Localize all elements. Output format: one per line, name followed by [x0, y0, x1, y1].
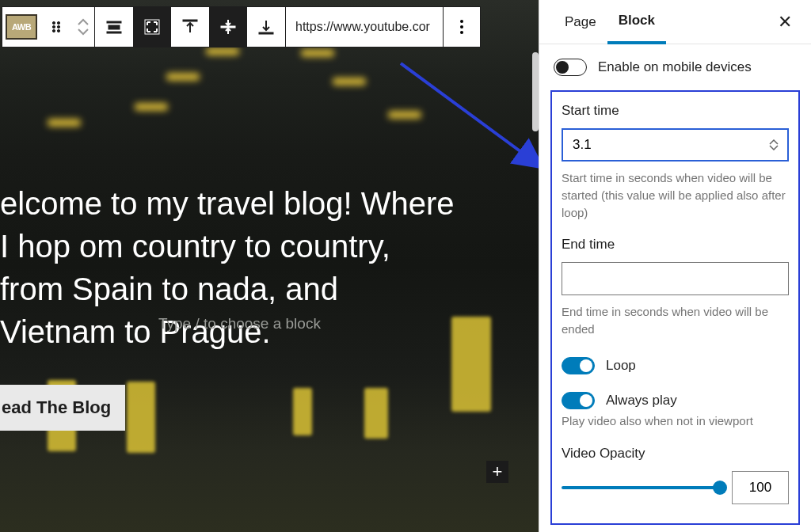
move-up-down[interactable] — [72, 17, 94, 36]
end-time-field: End time End time in seconds when video … — [562, 237, 789, 338]
slider-thumb-icon[interactable] — [713, 481, 727, 495]
drag-handle-icon[interactable] — [40, 7, 72, 47]
svg-rect-6 — [107, 21, 121, 23]
enable-mobile-label: Enable on mobile devices — [598, 59, 752, 75]
read-blog-button[interactable]: ead The Blog — [0, 385, 125, 431]
svg-point-5 — [57, 29, 59, 32]
video-opacity-value[interactable] — [732, 471, 789, 504]
start-time-field: Start time Start time in seconds when vi… — [562, 103, 789, 221]
svg-point-14 — [460, 25, 463, 28]
video-opacity-label: Video Opacity — [562, 446, 789, 462]
chevron-down-icon — [77, 27, 89, 36]
close-panel-button[interactable]: ✕ — [773, 12, 797, 32]
kebab-icon — [454, 17, 470, 36]
block-type-button[interactable]: AWB — [2, 7, 40, 47]
svg-rect-8 — [107, 32, 121, 33]
enable-mobile-row: Enable on mobile devices — [554, 55, 797, 90]
add-block-button[interactable]: + — [486, 461, 508, 483]
plus-icon: + — [493, 462, 503, 482]
end-time-help: End time in seconds when video will be e… — [562, 303, 789, 338]
tab-page[interactable]: Page — [554, 0, 607, 44]
sidebar-tabs: Page Block ✕ — [539, 0, 811, 44]
video-opacity-field: Video Opacity — [562, 446, 789, 504]
align-middle-button[interactable] — [209, 7, 247, 47]
editor-canvas: AWB — [0, 0, 539, 532]
number-stepper-icon[interactable] — [768, 136, 782, 154]
awb-block-icon: AWB — [6, 14, 37, 40]
tab-block[interactable]: Block — [607, 0, 666, 44]
svg-point-2 — [52, 25, 55, 28]
close-icon: ✕ — [778, 12, 792, 32]
chevron-up-icon — [77, 17, 89, 27]
start-time-input[interactable] — [562, 128, 789, 162]
svg-rect-12 — [259, 32, 273, 34]
svg-point-13 — [460, 20, 463, 23]
svg-rect-7 — [109, 25, 120, 29]
align-bottom-button[interactable] — [247, 7, 285, 47]
highlighted-settings: Start time Start time in seconds when vi… — [550, 90, 800, 525]
enable-mobile-toggle[interactable] — [554, 59, 587, 76]
always-play-label: Always play — [606, 393, 677, 408]
always-play-toggle[interactable] — [562, 392, 595, 409]
loop-toggle[interactable] — [562, 357, 595, 374]
svg-point-4 — [52, 29, 55, 32]
loop-label: Loop — [606, 358, 636, 374]
start-time-help: Start time in seconds when video will be… — [562, 169, 789, 221]
end-time-label: End time — [562, 237, 789, 253]
scrollbar[interactable] — [532, 52, 539, 131]
align-top-button[interactable] — [171, 7, 209, 47]
svg-point-15 — [460, 31, 463, 34]
annotation-arrow — [399, 62, 539, 180]
settings-sidebar: Page Block ✕ Enable on mobile devices St… — [539, 0, 811, 532]
svg-point-1 — [57, 21, 59, 24]
video-opacity-slider[interactable] — [562, 486, 721, 489]
svg-point-3 — [57, 25, 59, 28]
svg-point-0 — [52, 21, 55, 24]
svg-line-16 — [401, 63, 539, 169]
empty-block-placeholder[interactable]: Type / to choose a block — [158, 315, 321, 332]
fullscreen-button[interactable] — [133, 7, 171, 47]
always-play-help: Play video also when not in viewport — [562, 412, 789, 430]
start-time-label: Start time — [562, 103, 789, 119]
svg-rect-9 — [145, 20, 159, 34]
more-options-button[interactable] — [444, 7, 480, 47]
block-toolbar: AWB — [2, 6, 481, 48]
end-time-input[interactable] — [562, 262, 789, 295]
video-url-input[interactable] — [286, 7, 443, 47]
svg-rect-10 — [183, 20, 197, 21]
sidebar-body: Enable on mobile devices Start time Star… — [539, 44, 811, 532]
loop-row: Loop — [562, 354, 789, 389]
always-play-row: Always play — [562, 389, 789, 414]
align-button[interactable] — [95, 7, 133, 47]
